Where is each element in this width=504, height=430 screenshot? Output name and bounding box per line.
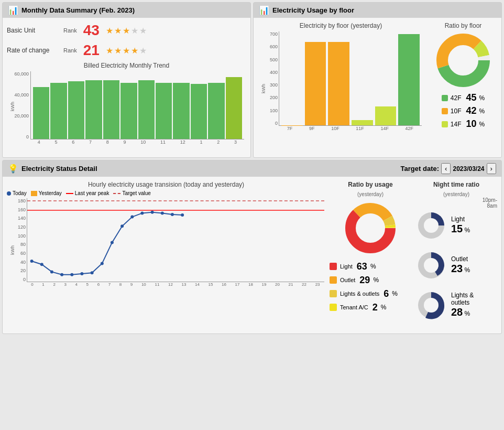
floor-legend: 42F 45 % 10F 42 % 14F [442, 92, 485, 132]
target-date-label: Target date: [401, 165, 439, 173]
legend-pct-sym-10f: % [479, 108, 485, 115]
night-light-item: Light 15 % [415, 210, 497, 241]
legend-dot-10f [442, 108, 448, 114]
night-outlet-pct: 23 [451, 263, 463, 274]
hourly-y-label: kWh [10, 245, 15, 255]
monthly-bar-7 [85, 80, 102, 139]
yesterday-rect-icon [31, 191, 37, 196]
floor-title: Electricity Usage by floor [272, 6, 354, 14]
today-circle-icon [7, 191, 11, 196]
night-lo-sym: % [465, 310, 470, 317]
floor-bar-10F [328, 42, 349, 125]
yesterday-label: Yesterday [39, 190, 62, 196]
monthly-bar-2 [208, 83, 224, 139]
legend-target: Target value [113, 190, 150, 196]
night-time-range: 10pm-8am [415, 197, 497, 209]
detail-header-left: 💡 Electricity Status Detail [8, 164, 97, 174]
night-light-info: Light 15 % [451, 216, 470, 235]
usage-sym-tenant: % [381, 304, 387, 311]
basic-stars: ★ ★ ★ ★ ★ [106, 26, 147, 36]
detail-panel: 💡 Electricity Status Detail Target date:… [2, 160, 502, 334]
legend-10f: 10F 42 % [442, 105, 485, 116]
legend-pct-sym-14f: % [479, 121, 485, 128]
night-time-ratio: Night time ratio (yesterday) 10pm-8am Li… [415, 181, 497, 329]
rstar-3: ★ [123, 46, 130, 56]
dashboard: 📊 Monthly Data Summary (Feb. 2023) Basic… [0, 0, 504, 336]
last-year-label: Last year peak [75, 190, 109, 196]
floor-chart-title: Electricity by floor (yesterday) [258, 22, 424, 29]
night-lo-pct-row: 28 % [451, 306, 474, 318]
monthly-bar-12 [173, 83, 189, 139]
rate-rank-value: 21 [83, 42, 100, 59]
svg-point-29 [424, 258, 439, 273]
monthly-bar-chart: 60,000 40,000 20,000 0 kWh 4567891011121… [7, 71, 246, 153]
usage-dot-outlet [330, 276, 337, 284]
night-outlet-sym: % [465, 266, 470, 274]
usage-donut [342, 199, 399, 257]
basic-rank-value: 43 [83, 22, 100, 39]
legend-pct-10f: 42 [466, 105, 476, 116]
usage-dot-lo [330, 290, 337, 297]
hourly-bars [27, 198, 324, 282]
floor-bar-7F [281, 125, 303, 126]
next-date-button[interactable]: › [487, 163, 496, 174]
detail-header: 💡 Electricity Status Detail Target date:… [3, 160, 501, 177]
hourly-legend: Today Yesterday Last year peak Target va… [7, 190, 325, 196]
floor-bars [279, 31, 422, 126]
svg-point-27 [424, 218, 439, 233]
prev-date-button[interactable]: ‹ [441, 163, 451, 174]
legend-last-year: Last year peak [66, 190, 109, 196]
usage-pct-outlet: 29 [359, 275, 370, 286]
peak-line [27, 210, 324, 211]
basic-unit-label: Basic Unit [7, 27, 59, 34]
legend-yesterday: Yesterday [31, 190, 62, 196]
usage-outlet: Outlet 29 % [330, 275, 411, 286]
ratio-usage-title: Ratio by usage [330, 181, 411, 189]
rate-row: Rate of change Rank 21 ★ ★ ★ ★ ★ [7, 42, 246, 59]
legend-dot-42f [442, 95, 448, 101]
floor-header: 📊 Electricity Usage by floor [254, 3, 501, 18]
usage-label-lo: Lights & outlets [340, 291, 379, 297]
usage-sym-light: % [370, 263, 376, 270]
monthly-bar-8 [103, 80, 119, 139]
night-ratio-subtitle: (yesterday) [415, 191, 497, 197]
monthly-body: Basic Unit Rank 43 ★ ★ ★ ★ ★ Rate of cha… [3, 18, 250, 157]
floor-donut [434, 31, 492, 89]
floor-y-axis: 700 600 500 400 300 200 100 0 [258, 31, 278, 126]
usage-sym-outlet: % [373, 276, 379, 284]
today-label: Today [13, 190, 27, 196]
night-lo-chart [415, 289, 447, 321]
floor-ratio-section: Ratio by floor 42F 45 % [429, 22, 497, 132]
legend-label-42f: 42F [451, 94, 462, 102]
monthly-bar-11 [156, 83, 172, 139]
usage-pct-light: 63 [357, 261, 367, 272]
last-year-line-icon [66, 193, 73, 194]
night-lo-pct: 28 [451, 306, 463, 318]
legend-label-14f: 14F [451, 121, 462, 128]
monthly-bar-1 [191, 84, 207, 139]
usage-label-light: Light [340, 263, 353, 270]
target-line [27, 200, 324, 201]
rate-label: Rate of change [7, 47, 59, 54]
floor-section: Electricity by floor (yesterday) 700 600… [258, 22, 497, 132]
usage-legend: Light 63 % Outlet 29 % Lights & ou [330, 261, 411, 313]
monthly-bar-5 [50, 83, 67, 139]
monthly-bar-3 [226, 77, 242, 139]
date-nav: Target date: ‹ 2023/03/24 › [401, 163, 496, 174]
hourly-x-axis: 01234567891011121314151617181920212223 [27, 282, 324, 287]
night-light-pct-row: 15 % [451, 223, 470, 235]
basic-unit-row: Basic Unit Rank 43 ★ ★ ★ ★ ★ [7, 22, 246, 39]
rate-stars: ★ ★ ★ ★ ★ [106, 46, 147, 56]
ratio-usage-subtitle: (yesterday) [330, 191, 411, 197]
hourly-y-axis: 180 160 140 120 100 80 60 40 20 0 [7, 198, 26, 282]
star-3: ★ [123, 26, 130, 36]
monthly-bar-4 [33, 87, 49, 139]
legend-pct-42f: 45 [466, 92, 476, 103]
night-lo-item: Lights &outlets 28 % [415, 289, 497, 321]
monthly-header: 📊 Monthly Data Summary (Feb. 2023) [3, 3, 250, 18]
floor-panel: 📊 Electricity Usage by floor Electricity… [253, 2, 502, 158]
usage-tenant: Tenant A/C 2 % [330, 302, 411, 313]
star-2: ★ [114, 26, 122, 36]
legend-dot-14f [442, 121, 448, 127]
usage-light: Light 63 % [330, 261, 411, 272]
